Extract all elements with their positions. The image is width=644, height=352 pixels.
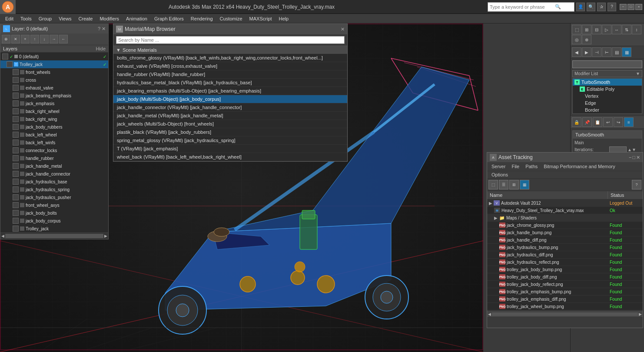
layer-item-cross[interactable]: cross	[0, 76, 108, 84]
layer-vis-hydraulics-spring[interactable]	[13, 186, 19, 193]
mat-item-3[interactable]: hydraulics_base_metal_black (VRayMtl) [j…	[113, 79, 347, 87]
layer-vis-front-wheels[interactable]	[13, 69, 19, 75]
maximize-button[interactable]: □	[627, 4, 634, 10]
title-icon-btn-4[interactable]: ?	[607, 3, 616, 11]
mod-btn-lock[interactable]: 🔒	[572, 117, 581, 127]
layer-item-handle-connector[interactable]: jack_handle_connector	[0, 170, 108, 178]
mat-item-1[interactable]: exhaust_valve (VRayMtl) [cross,exhaust_v…	[113, 62, 347, 70]
asset-menu-paths[interactable]: Paths	[523, 163, 540, 170]
layer-item-hydraulics-base[interactable]: jack_hydraulics_base	[0, 178, 108, 186]
scrollbar-thumb[interactable]	[492, 312, 638, 316]
scrollbar-right-arrow[interactable]: ▶	[639, 312, 642, 316]
modifier-edge[interactable]: Edge	[573, 100, 642, 106]
rp-btn-1[interactable]: ⬚	[572, 25, 581, 34]
asset-row-png-9[interactable]: PNG trolley_jack_body_reflect.png Found	[487, 281, 643, 288]
mod-btn-redo[interactable]: ↪	[614, 117, 623, 127]
layer-item-hydraulics-pusher[interactable]: jack_hydraulics_pusher	[0, 193, 108, 201]
asset-btn-4[interactable]: ▦	[520, 180, 529, 189]
mat-item-7[interactable]: jack_handle_metal (VRayMtl) [jack_handle…	[113, 112, 347, 120]
asset-menu-options[interactable]: Options	[489, 171, 511, 178]
rp-btn-3[interactable]: ⊟	[592, 25, 601, 34]
title-icon-btn-1[interactable]: 👤	[576, 3, 585, 11]
layer-btn-7[interactable]: ←	[59, 35, 68, 43]
mat-item-4[interactable]: jack_bearing_emphasis (Multi/Sub-Object)…	[113, 87, 347, 95]
mat-browser-close[interactable]: ✕	[341, 27, 345, 32]
menu-group[interactable]: Group	[35, 15, 56, 22]
mod-btn-pin[interactable]: 📌	[582, 117, 592, 127]
asset-row-max-file[interactable]: M Heavy_Duty_Steel_Trolley_Jack_vray.max…	[487, 207, 643, 214]
title-icon-btn-2[interactable]: 🔍	[587, 3, 595, 11]
mat-item-11[interactable]: T (VRayMtl) [jack_emphasis]	[113, 145, 347, 153]
asset-row-png-6[interactable]: PNG jack_hydraulics_reflect.png Found	[487, 259, 643, 266]
asset-btn-1[interactable]: ⬚	[488, 180, 498, 189]
asset-row-png-2[interactable]: PNG jack_handle_bump.png Found	[487, 229, 643, 236]
layer-btn-1[interactable]: ⊕	[2, 35, 10, 43]
modifier-list-label[interactable]: Modifier List ▼	[572, 70, 642, 77]
layers-close-btn[interactable]: ✕	[102, 26, 106, 32]
title-icon-btn-3[interactable]: ✰	[597, 3, 606, 11]
asset-row-png-12[interactable]: PNG trolley_jack_wheel_bump.png Found	[487, 303, 643, 310]
layer-btn-3[interactable]: +	[21, 35, 30, 43]
asset-menu-server[interactable]: Server	[489, 163, 508, 170]
layer-item-handle-rubber[interactable]: handle_rubber	[0, 154, 108, 162]
asset-row-png-10[interactable]: PNG trolley_jack_emphasis_bump.png Found	[487, 288, 643, 296]
layer-btn-4[interactable]: ↑	[30, 35, 39, 43]
layer-item-front-wheels[interactable]: front_wheels	[0, 68, 108, 76]
modifier-turbosmooth[interactable]: T TurboSmooth	[573, 79, 642, 86]
layer-item-back-right-wheel[interactable]: back_right_wheel	[0, 107, 108, 115]
layer-vis-body-bolts[interactable]	[13, 210, 19, 216]
mat-section-collapse[interactable]: ▼	[116, 47, 121, 53]
asset-row-png-5[interactable]: PNG jack_hydraulics_diff.png Found	[487, 251, 643, 259]
mat-item-12[interactable]: wheel_back (VRayMtl) [back_left_wheel,ba…	[113, 153, 347, 161]
rp-arrow-3[interactable]: ⊣	[592, 47, 601, 57]
menu-edit[interactable]: Edit	[2, 15, 17, 22]
layer-vis-rubbers[interactable]	[13, 124, 19, 130]
layer-item-bearing[interactable]: jack_bearing_emphasis	[0, 92, 108, 100]
menu-help[interactable]: Help	[276, 15, 292, 22]
mod-btn-undo[interactable]: ↩	[603, 117, 613, 127]
menu-rendering[interactable]: Rendering	[187, 15, 216, 22]
layer-vis-back-right-wheel[interactable]	[13, 108, 19, 114]
asset-row-png-1[interactable]: PNG jack_chrome_glossy.png Found	[487, 222, 643, 229]
rp-btn-6[interactable]: ⇅	[622, 25, 631, 34]
rp-btn-5[interactable]: ↔	[612, 25, 621, 34]
layer-vis-back-left-winfs[interactable]	[13, 139, 19, 146]
modifier-border[interactable]: Border	[573, 106, 642, 113]
asset-panel-minimize[interactable]: −	[629, 155, 631, 160]
mod-btn-paste[interactable]: 📋	[593, 117, 602, 127]
asset-help-btn[interactable]: ?	[632, 180, 641, 189]
layer-vis-handle-rubber[interactable]	[13, 155, 19, 161]
layer-vis-handle-connector[interactable]	[13, 171, 19, 177]
asset-row-maps[interactable]: ▶ 📁 Maps / Shaders	[487, 214, 643, 222]
layer-item-front-axys[interactable]: front_wheel_axys	[0, 201, 108, 209]
close-button[interactable]: ×	[635, 4, 642, 10]
asset-row-png-7[interactable]: PNG trolley_jack_body_bump.png Found	[487, 266, 643, 273]
layer-vis-front-axys[interactable]	[13, 202, 19, 208]
layer-vis-trolley-jack[interactable]	[7, 61, 13, 67]
asset-row-vault[interactable]: ▶ V Autodesk Vault 2012 Logged Out	[487, 199, 643, 207]
layer-item-emphasis[interactable]: jack_emphasis	[0, 100, 108, 107]
menu-graph-editors[interactable]: Graph Editors	[151, 15, 187, 22]
layer-vis-back-left-wheel[interactable]	[13, 132, 19, 138]
asset-btn-3[interactable]: ⊞	[509, 180, 519, 189]
mat-search-input[interactable]	[116, 36, 345, 44]
layers-scrollbar[interactable]: ◀ ▶	[0, 232, 108, 239]
layer-vis-default[interactable]	[2, 53, 8, 60]
rp-arrow-4[interactable]: ⊢	[602, 47, 611, 57]
layer-item-rubbers[interactable]: jack_body_rubbers	[0, 123, 108, 131]
vault-expand-icon[interactable]: ▶	[489, 201, 492, 206]
rp-btn-2[interactable]: ⊞	[582, 25, 591, 34]
rp-btn-9[interactable]: ⊗	[582, 35, 591, 44]
layer-item-body-corpus[interactable]: jack_body_corpus	[0, 217, 108, 225]
mod-btn-active[interactable]: ≡	[624, 117, 634, 127]
layer-item-default[interactable]: ✓ 0 (default) ✓	[0, 53, 108, 60]
layer-vis-body-corpus[interactable]	[13, 218, 19, 224]
minimize-button[interactable]: −	[620, 4, 627, 10]
layer-vis-back-right-wing[interactable]	[13, 116, 19, 122]
layer-btn-6[interactable]: →	[50, 35, 58, 43]
asset-panel-maximize[interactable]: □	[632, 155, 635, 160]
menu-animation[interactable]: Animation	[123, 15, 151, 22]
menu-views[interactable]: Views	[55, 15, 75, 22]
layer-item-back-left-winfs[interactable]: back_left_winfs	[0, 139, 108, 146]
layer-vis-emphasis[interactable]	[13, 100, 19, 106]
